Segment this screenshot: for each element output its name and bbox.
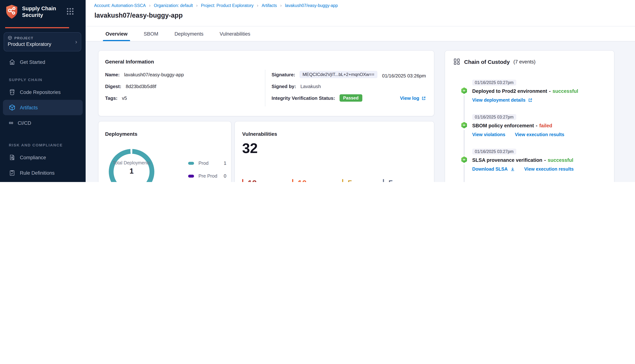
view-violations-link[interactable]: View violations [472,132,505,137]
sidebar-item-artifacts[interactable]: Artifacts [3,100,83,115]
tags-label: Tags: [105,96,117,101]
sidebar-item-remediation-tracker[interactable]: Remediation Tracker [3,180,83,182]
severity-high: 10 HIGH [292,179,314,182]
coc-event-deployed-prod2: ∞ 01/16/2025 03:27pm Deployed to Prod2 e… [453,79,610,114]
event-timestamp: 01/16/2025 03:27pm [472,148,516,154]
shield-logo-icon [5,4,18,19]
tab-vulnerabilities[interactable]: Vulnerabilities [220,26,250,41]
event-status: failed [539,123,552,128]
section-risk-compliance: RISK AND COMPLIANCE [9,140,86,150]
deployments-card: Deployments Total Deployments 1 Prod 1 P… [98,121,232,182]
sidebar: Supply Chain Security PROJECT Product Ex… [0,0,86,182]
digest-value: 8d23bd3b5d8f [126,84,156,89]
breadcrumb: Account: Automation-SSCA› Organization: … [94,3,338,8]
tab-sbom[interactable]: SBOM [144,26,158,41]
project-label: PROJECT [14,36,34,40]
project-selector[interactable]: PROJECT Product Exploratory › [4,32,81,51]
general-information-card: General Information Name: lavakush07/eas… [98,50,434,116]
event-title: SLSA provenance verification [472,157,542,163]
pipeline-green-icon: ∞ [461,156,468,163]
breadcrumb-organization[interactable]: Organization: default [154,3,193,8]
main-area: Account: Automation-SSCA› Organization: … [86,0,635,182]
hierarchy-icon [453,58,461,65]
donut-center-label: Total Deployments [109,160,154,166]
tab-bar: Overview SBOM Deployments Vulnerabilitie… [105,26,250,41]
signed-by-value: Lavakush [300,84,321,89]
pipeline-green-icon: ∞ [461,122,468,128]
breadcrumb-project[interactable]: Project: Product Exploratory [201,3,254,8]
download-slsa-link[interactable]: Download SLSA [472,166,515,172]
artifact-name: lavakush07/easy-buggy-app [124,72,184,78]
svg-text:∞: ∞ [463,88,466,92]
project-name: Product Exploratory [8,42,77,47]
sidebar-item-rule-definitions[interactable]: Rule Definitions [3,165,83,180]
page-title: lavakush07/easy-buggy-app [94,12,183,20]
card-title: Deployments [105,131,137,137]
pre-prod-legend-swatch [188,174,194,178]
severity-critical: 12 CRITICAL [242,179,273,182]
app-window: Supply Chain Security PROJECT Product Ex… [0,0,635,182]
coc-event-slsa-verification: ∞ 01/16/2025 03:27pm SLSA provenance ver… [453,148,610,182]
breadcrumb-account[interactable]: Account: Automation-SSCA [94,3,146,8]
external-link-icon [528,98,532,102]
tab-deployments[interactable]: Deployments [174,26,203,41]
signature-value[interactable]: MEQCICde2VjIT...bL+2+mqnOXw== [300,71,377,78]
breadcrumb-current[interactable]: lavakush07/easy-buggy-app [285,3,338,8]
page-header: Account: Automation-SSCA› Organization: … [86,0,635,42]
sidebar-item-get-started[interactable]: Get Started [3,54,83,70]
card-title: Vulnerabilities [242,131,277,137]
chain-of-custody-panel: Chain of Custody (7 events) ∞ 01/16/2025… [445,50,614,182]
infinity-icon: ∞ [9,120,13,126]
section-supply-chain: SUPPLY CHAIN [9,75,86,84]
status-badge: Passed [339,94,362,102]
severity-low: 5 LOW [383,179,404,182]
app-grid-icon[interactable] [67,8,74,15]
home-icon [9,59,16,65]
svg-text:∞: ∞ [463,123,466,127]
donut-total-value: 1 [109,167,154,176]
document-search-icon [9,154,16,161]
chevron-right-icon: › [75,38,77,45]
sidebar-item-compliance[interactable]: Compliance [3,150,83,165]
app-title: Supply Chain Security [22,5,63,18]
chain-of-custody-title: Chain of Custody [464,58,510,65]
project-cube-icon [8,36,12,40]
integrity-status-label: Integrity Verification Status: [272,95,335,101]
coc-event-sbom-policy: ∞ 01/16/2025 03:27pm SBOM policy enforce… [453,114,610,148]
tags-value: v5 [122,96,127,101]
chain-of-custody-timeline: ∞ 01/16/2025 03:27pm Deployed to Prod2 e… [453,79,610,182]
view-execution-results-link[interactable]: View execution results [515,132,564,137]
clipboard-check-icon [9,170,16,176]
app-logo[interactable]: Supply Chain Security [5,4,63,19]
breadcrumb-artifacts[interactable]: Artifacts [262,3,277,8]
view-deployment-details-link[interactable]: View deployment details [472,98,532,103]
legend-item-prod: Prod 1 [188,160,226,166]
event-title: SBOM policy enforcement [472,123,534,128]
vulnerabilities-card: Vulnerabilities 32 12 CRITICAL 10 HIGH [235,121,434,182]
severity-medium: 5 MEDIUM [342,179,370,182]
sidebar-item-code-repositories[interactable]: Code Repositories [3,84,83,100]
external-link-icon [421,96,426,100]
sidebar-nav: Get Started SUPPLY CHAIN Code Repositori… [0,54,86,182]
sidebar-item-cicd[interactable]: ∞ CI/CD [3,115,83,131]
repository-icon [9,89,16,96]
view-execution-results-link[interactable]: View execution results [524,166,574,172]
event-status: successful [548,157,573,163]
tab-overview[interactable]: Overview [105,26,127,41]
events-count: (7 events) [513,59,535,64]
svg-text:∞: ∞ [463,158,466,162]
event-timestamp: 01/16/2025 03:27pm [472,114,516,120]
cube-icon [9,104,16,111]
card-title: General Information [105,59,154,64]
event-status: successful [552,88,578,94]
pipeline-green-icon: ∞ [461,87,468,94]
digest-label: Digest: [105,84,121,89]
event-timestamp: 01/16/2025 03:27pm [472,80,516,86]
signature-date: 01/16/2025 03:26pm [382,73,426,78]
vulnerabilities-total: 32 [242,140,258,156]
view-log-link[interactable]: View log [400,96,426,101]
signed-by-label: Signed by: [272,84,296,89]
legend-item-pre-prod: Pre Prod 0 [188,173,226,179]
prod-legend-swatch [188,162,194,164]
brand-divider [5,27,69,28]
